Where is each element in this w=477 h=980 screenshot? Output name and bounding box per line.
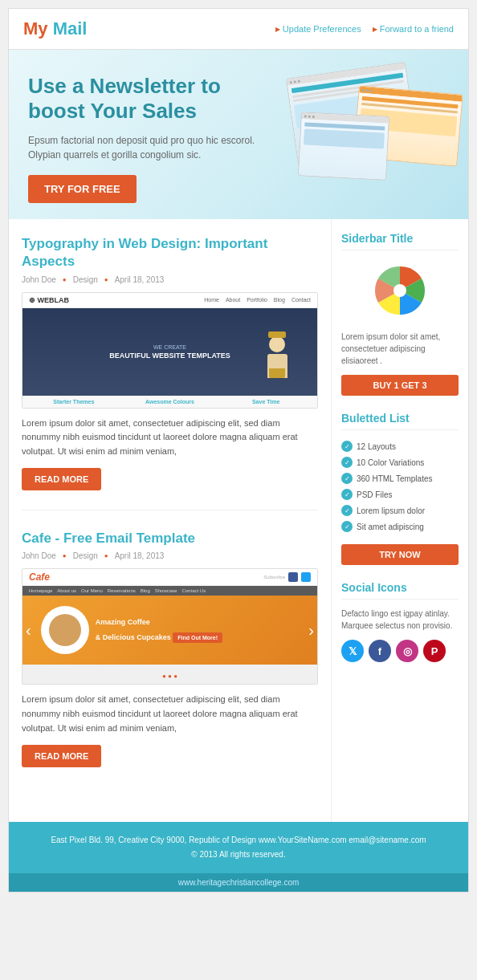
sidebar-body-1: Lorem ipsum dolor sit amet, consectetuer… — [341, 331, 459, 367]
cafe-cup-inner — [49, 614, 81, 646]
article-1-category: Design — [73, 275, 98, 284]
sidebar-title-2: Buletted List — [341, 412, 459, 430]
hero-cta-button[interactable]: TRY FOR FREE — [28, 175, 137, 203]
pinwheel-logo — [368, 258, 432, 323]
footer-bottom: www.heritagechristiancollege.com — [9, 873, 468, 892]
weblab-header: ⊕ WEBLAB Home About Portfolio Blog Conta… — [22, 293, 317, 308]
article-1-author: John Doe — [22, 275, 56, 284]
cafe-header: Cafe Subscribe — [22, 569, 317, 586]
cafe-nav: Homepage About us Our Menu Reservations … — [22, 586, 317, 596]
check-icon: ✓ — [341, 457, 353, 468]
instagram-icon[interactable]: ◎ — [396, 640, 418, 662]
logo-my: My — [23, 18, 48, 39]
mock-browser-3 — [298, 112, 389, 181]
hero-headline: Use a Newsletter to boost Your Sales — [28, 74, 259, 124]
article-1-body: Lorem ipsum dolor sit amet, consectetuer… — [22, 417, 318, 459]
bullet-list: ✓12 Layouts ✓10 Color Variations ✓360 HT… — [341, 438, 459, 535]
cafe-mockup: Cafe Subscribe Homepage About us Our Men… — [22, 569, 317, 684]
cafe-hero: ‹ Amazing Coffee& Delicious Cupcakes Fin… — [22, 596, 317, 665]
cafe-cup — [41, 606, 89, 654]
list-item: ✓PSD Files — [341, 486, 459, 502]
meta-dot-1: ● — [63, 276, 67, 283]
check-icon: ✓ — [341, 505, 353, 516]
article-2-read-more[interactable]: READ MORE — [22, 745, 101, 767]
social-icons: 𝕏 f ◎ P — [341, 640, 459, 662]
weblab-nav: Home About Portfolio Blog Contact — [204, 297, 311, 303]
facebook-icon[interactable]: f — [369, 640, 391, 662]
check-icon: ✓ — [341, 473, 353, 484]
check-icon: ✓ — [341, 441, 353, 452]
update-preferences-link[interactable]: Update Preferences — [275, 24, 361, 34]
forward-link[interactable]: Forward to a friend — [373, 24, 454, 34]
pinterest-icon[interactable]: P — [423, 640, 446, 662]
list-item: ✓10 Color Variations — [341, 454, 459, 470]
article-2-body: Lorem ipsum dolor sit amet, consectetuer… — [22, 693, 318, 735]
article-1-date: April 18, 2013 — [115, 275, 165, 284]
cafe-promo: Amazing Coffee& Delicious Cupcakes Find … — [89, 618, 229, 643]
header-links: Update Preferences Forward to a friend — [275, 24, 454, 34]
meta-dot-2: ● — [104, 276, 108, 283]
footer-bottom-text: www.heritagechristiancollege.com — [178, 878, 300, 887]
list-item: ✓Lorem lipsum dolor — [341, 502, 459, 518]
cafe-logo: Cafe — [29, 571, 50, 583]
main-content: Typography in Web Design: Important Aspe… — [9, 219, 332, 822]
social-desc: Defacto lingo est igpay atinlay. Marquee… — [341, 608, 459, 632]
sidebar-cta-1[interactable]: BUY 1 GET 3 — [341, 375, 459, 396]
sidebar-title-3: Social Icons — [341, 581, 459, 600]
article-2-title: Cafe - Free Email Template — [22, 530, 318, 547]
check-icon: ✓ — [341, 489, 353, 500]
logo: My Mail — [23, 18, 87, 39]
cafe-dots: ● ● ● — [22, 665, 317, 684]
sidebar-title-1: Siderbar Title — [341, 232, 459, 250]
sidebar-section-2: Buletted List ✓12 Layouts ✓10 Color Vari… — [341, 412, 459, 565]
logo-mail: Mail — [53, 18, 88, 39]
article-2-meta: John Doe ● Design ● April 18, 2013 — [22, 551, 318, 560]
svg-point-0 — [393, 284, 406, 297]
footer: East Pixel Bld. 99, Creative City 9000, … — [9, 822, 468, 873]
weblab-mockup: ⊕ WEBLAB Home About Portfolio Blog Conta… — [22, 293, 317, 408]
content-area: Typography in Web Design: Important Aspe… — [9, 219, 468, 822]
sidebar-section-1: Siderbar Title Lorem ipsum dolor sit ame… — [341, 232, 459, 396]
footer-address: East Pixel Bld. 99, Creative City 9000, … — [20, 833, 457, 848]
weblab-tagline: WE CREATE BEAUTIFUL WEBSITE TEMPLATES — [109, 344, 230, 360]
article-1-meta: John Doe ● Design ● April 18, 2013 — [22, 275, 318, 284]
weblab-footer: Starter Themes Awesome Colours Save Time — [22, 396, 317, 408]
article-1-read-more[interactable]: READ MORE — [22, 468, 101, 490]
article-2-category: Design — [73, 551, 98, 560]
article-1-image: ⊕ WEBLAB Home About Portfolio Blog Conta… — [22, 292, 318, 409]
header: My Mail Update Preferences Forward to a … — [9, 9, 468, 50]
article-2: Cafe - Free Email Template John Doe ● De… — [22, 530, 318, 787]
sidebar-section-3: Social Icons Defacto lingo est igpay ati… — [341, 581, 459, 662]
article-2-date: April 18, 2013 — [115, 551, 165, 560]
hero-text: Use a Newsletter to boost Your Sales Eps… — [28, 74, 259, 203]
email-wrapper: My Mail Update Preferences Forward to a … — [8, 8, 469, 893]
twitter-icon[interactable]: 𝕏 — [341, 640, 364, 662]
hero-body: Epsum factorial non deposit quid pro quo… — [28, 133, 259, 162]
check-icon: ✓ — [341, 521, 353, 532]
list-item: ✓12 Layouts — [341, 438, 459, 454]
weblab-logo: ⊕ WEBLAB — [29, 296, 69, 304]
sidebar: Siderbar Title Lorem ipsum dolor sit ame… — [332, 219, 468, 822]
sidebar-cta-2[interactable]: TRY NOW — [341, 544, 459, 565]
cafe-prev-arrow[interactable]: ‹ — [22, 621, 35, 640]
cafe-find-out-btn[interactable]: Find Out More! — [173, 632, 222, 643]
cafe-next-arrow[interactable]: › — [305, 621, 317, 640]
article-2-author: John Doe — [22, 551, 56, 560]
hero-image — [283, 58, 468, 202]
meta-dot-4: ● — [104, 552, 108, 559]
meta-dot-3: ● — [63, 552, 67, 559]
article-1: Typography in Web Design: Important Aspe… — [22, 235, 318, 510]
article-1-title: Typography in Web Design: Important Aspe… — [22, 235, 318, 270]
list-item: ✓Sit amet adipiscing — [341, 518, 459, 535]
article-2-image: Cafe Subscribe Homepage About us Our Men… — [22, 568, 318, 685]
weblab-character — [261, 330, 293, 374]
hero-section: Use a Newsletter to boost Your Sales Eps… — [9, 50, 468, 219]
list-item: ✓360 HTML Templates — [341, 470, 459, 486]
weblab-hero: WE CREATE BEAUTIFUL WEBSITE TEMPLATES — [22, 308, 317, 396]
footer-copyright: © 2013 All rights reserved. — [20, 848, 457, 862]
